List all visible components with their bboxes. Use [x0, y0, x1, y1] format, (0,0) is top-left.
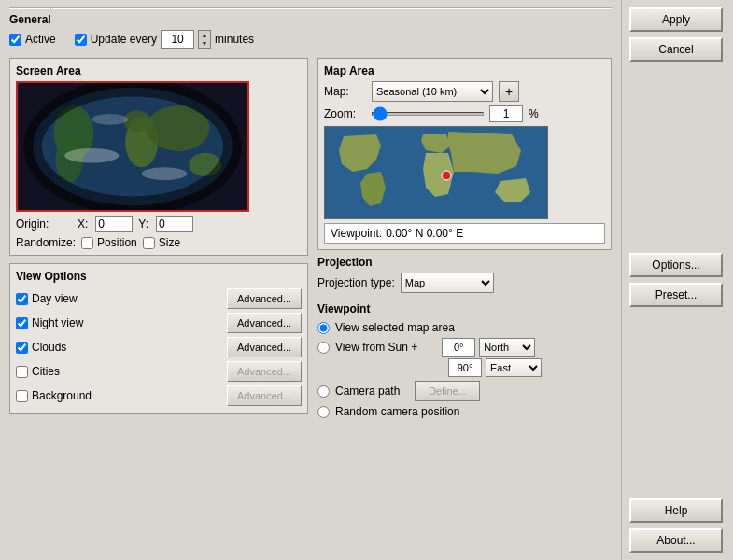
night-view-advanced-btn[interactable]: Advanced... — [227, 313, 302, 333]
spacer2 — [629, 313, 726, 493]
view-option-row-3: Cities Advanced... — [16, 359, 302, 384]
spacer1 — [629, 67, 726, 247]
projection-row: Projection type: Map Globe Cylindrical — [317, 273, 612, 293]
view-options-box: View Options Day view Advanced... Night … — [9, 263, 308, 414]
viewpoint-display-row: Viewpoint: 0.00° N 0.00° E — [324, 223, 605, 244]
origin-row: Origin: X: Y: — [16, 216, 302, 232]
map-area-title: Map Area — [324, 64, 605, 77]
sun-value1-input[interactable] — [442, 338, 475, 357]
world-map-preview[interactable] — [324, 126, 548, 219]
define-button[interactable]: Define... — [415, 381, 480, 401]
sun-dir1-select[interactable]: North South — [479, 338, 535, 357]
svg-point-8 — [64, 148, 119, 163]
background-advanced-btn[interactable]: Advanced... — [227, 385, 302, 406]
plus-button[interactable]: + — [499, 81, 519, 102]
cities-label[interactable]: Cities — [16, 365, 60, 378]
projection-box: Projection Projection type: Map Globe Cy… — [317, 256, 612, 297]
viewpoint-option1-row: View selected map area — [317, 319, 612, 336]
viewpoint-section-title: Viewpoint — [317, 302, 612, 315]
view-option-row-2: Clouds Advanced... — [16, 335, 302, 359]
left-content: Screen Area — [9, 58, 308, 553]
night-view-text: Night view — [32, 316, 83, 329]
background-checkbox[interactable] — [16, 390, 28, 402]
viewpoint-option2-label: View from Sun + — [335, 341, 417, 354]
world-map-svg — [325, 127, 548, 219]
sun-value2-input[interactable] — [448, 358, 482, 377]
position-checkbox[interactable] — [81, 237, 93, 249]
about-button[interactable]: About... — [629, 528, 723, 553]
viewpoint-option1-radio[interactable] — [317, 322, 330, 334]
map-label: Map: — [324, 85, 366, 98]
day-view-advanced-btn[interactable]: Advanced... — [227, 288, 302, 309]
night-view-checkbox[interactable] — [16, 317, 28, 329]
help-button[interactable]: Help — [629, 498, 723, 523]
cities-advanced-btn[interactable]: Advanced... — [227, 361, 302, 382]
main-container: General Active Update every 10 ▲ ▼ minut… — [0, 0, 733, 560]
viewpoint-display-label: Viewpoint: — [331, 227, 382, 240]
preset-button[interactable]: Preset... — [629, 283, 723, 307]
viewpoint-option1-label: View selected map area — [335, 321, 455, 334]
background-label[interactable]: Background — [16, 389, 92, 402]
viewpoint-option3-radio[interactable] — [317, 385, 330, 398]
view-options-title: View Options — [16, 270, 302, 283]
day-view-checkbox[interactable] — [16, 293, 28, 305]
viewpoint-section: Viewpoint View selected map area View fr… — [317, 302, 612, 420]
active-label[interactable]: Active — [9, 33, 56, 46]
viewpoint-option2-radio[interactable] — [317, 342, 330, 354]
viewpoint-option4-label: Random camera position — [335, 405, 459, 418]
map-row: Map: Seasonal (10 km) Blue Marble Custom… — [324, 81, 605, 102]
x-input[interactable] — [95, 216, 133, 232]
projection-type-select[interactable]: Map Globe Cylindrical — [401, 273, 494, 293]
day-view-label[interactable]: Day view — [16, 292, 78, 305]
viewpoint-option2-row: View from Sun + North South — [317, 336, 612, 358]
zoom-row: Zoom: % — [324, 105, 605, 122]
update-label: Update every — [91, 33, 157, 46]
content-area: Screen Area — [9, 58, 612, 553]
sun-dir2-select[interactable]: East West — [486, 358, 542, 377]
left-panel: General Active Update every 10 ▲ ▼ minut… — [0, 0, 621, 560]
zoom-input[interactable] — [489, 105, 523, 122]
viewpoint-display-value: 0.00° N 0.00° E — [386, 227, 463, 240]
active-text: Active — [25, 33, 56, 46]
size-label[interactable]: Size — [143, 236, 180, 249]
active-checkbox[interactable] — [9, 34, 21, 46]
clouds-checkbox[interactable] — [16, 342, 28, 354]
day-view-text: Day view — [32, 292, 78, 305]
size-text: Size — [159, 236, 180, 249]
general-section: General Active Update every 10 ▲ ▼ minut… — [9, 7, 612, 50]
spinner-up[interactable]: ▲ — [199, 31, 210, 39]
view-option-row-0: Day view Advanced... — [16, 287, 302, 311]
svg-point-13 — [442, 171, 451, 180]
right-content: Map Area Map: Seasonal (10 km) Blue Marb… — [317, 58, 612, 553]
view-option-row-4: Background Advanced... — [16, 384, 302, 408]
y-label: Y: — [138, 217, 148, 231]
clouds-advanced-btn[interactable]: Advanced... — [227, 337, 302, 357]
update-value-input[interactable]: 10 — [161, 30, 194, 49]
zoom-slider[interactable] — [372, 112, 484, 116]
update-checkbox[interactable] — [75, 34, 87, 46]
viewpoint-option3-row: Camera path Define... — [317, 379, 612, 403]
spinner-down[interactable]: ▼ — [199, 39, 210, 48]
update-unit: minutes — [215, 33, 254, 46]
view-option-row-1: Night view Advanced... — [16, 311, 302, 335]
earth-svg — [18, 83, 247, 210]
map-select[interactable]: Seasonal (10 km) Blue Marble Custom — [372, 81, 493, 102]
cancel-button[interactable]: Cancel — [629, 37, 723, 62]
size-checkbox[interactable] — [143, 237, 155, 249]
position-label[interactable]: Position — [81, 236, 137, 249]
origin-label: Origin: — [16, 217, 72, 231]
background-text: Background — [32, 389, 92, 402]
options-button[interactable]: Options... — [629, 253, 723, 277]
cities-text: Cities — [32, 365, 60, 378]
x-label: X: — [78, 217, 88, 231]
sun-sub-row1: North South — [442, 338, 535, 357]
apply-button[interactable]: Apply — [629, 7, 723, 32]
clouds-label[interactable]: Clouds — [16, 341, 66, 354]
y-input[interactable] — [156, 216, 193, 232]
svg-point-10 — [92, 114, 128, 125]
cities-checkbox[interactable] — [16, 366, 28, 378]
randomize-label: Randomize: — [16, 236, 76, 249]
viewpoint-option4-radio[interactable] — [317, 406, 330, 418]
map-area-box: Map Area Map: Seasonal (10 km) Blue Marb… — [317, 58, 612, 250]
night-view-label[interactable]: Night view — [16, 316, 83, 329]
